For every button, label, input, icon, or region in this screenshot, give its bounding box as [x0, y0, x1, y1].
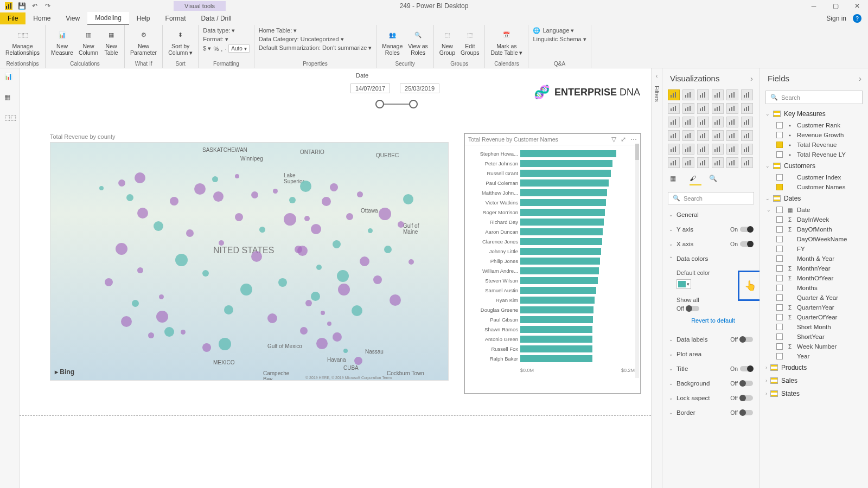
map-bubble[interactable] [105, 278, 113, 286]
map-bubble[interactable] [368, 228, 373, 233]
viz-type-icon[interactable] [712, 130, 724, 141]
field-item[interactable]: ΣQuarterOfYear [763, 312, 865, 322]
viz-type-icon[interactable] [697, 157, 709, 168]
field-item[interactable]: Short Month [763, 322, 865, 332]
tab-modeling[interactable]: Modeling [87, 12, 129, 25]
bar-row[interactable]: Ryan Kim [468, 295, 635, 305]
map-bubble[interactable] [373, 275, 382, 284]
map-bubble[interactable] [116, 243, 127, 255]
field-checkbox[interactable] [776, 142, 783, 148]
bar-row[interactable]: Johnny Little [468, 246, 635, 256]
map-bubble[interactable] [357, 191, 363, 197]
auto-decimals-dropdown[interactable]: Auto ▾ [228, 44, 249, 53]
map-bubble[interactable] [181, 330, 186, 335]
bar-row[interactable]: Paul Coleman [468, 178, 635, 188]
comma-button[interactable]: , [221, 46, 222, 52]
filter-icon[interactable]: ▽ [611, 136, 616, 143]
field-checkbox[interactable] [776, 216, 783, 223]
new-parameter-button[interactable]: ⚙New Parameter [129, 27, 158, 57]
tab-view[interactable]: View [58, 12, 87, 24]
viz-type-icon[interactable] [697, 89, 709, 100]
viz-type-icon[interactable] [726, 117, 738, 127]
bar-chart-visual[interactable]: Total Revenue by Customer Names ▽ ⤢ ⋯ St… [464, 133, 641, 394]
date-slicer[interactable]: 14/07/2017 25/03/2019 [350, 84, 439, 93]
sort-by-column-button[interactable]: ⬍Sort by Column ▾ [167, 27, 194, 57]
map-bubble[interactable] [267, 313, 277, 323]
field-table-header[interactable]: ›Products [763, 361, 865, 374]
bar-row[interactable]: Peter Johnson [468, 158, 635, 168]
percent-button[interactable]: % [213, 46, 219, 52]
field-item[interactable]: Year [763, 351, 865, 361]
format-data-labels[interactable]: ⌄Data labelsOff [667, 332, 755, 347]
bar-row[interactable]: Matthew John... [468, 188, 635, 197]
field-checkbox[interactable] [776, 236, 783, 242]
redo-icon[interactable]: ↷ [43, 2, 52, 10]
map-bubble[interactable] [403, 194, 413, 204]
map-bubble[interactable] [132, 300, 139, 307]
date-from-input[interactable]: 14/07/2017 [350, 84, 390, 93]
sign-in-link[interactable]: Sign in [826, 15, 846, 22]
map-bubble[interactable] [322, 197, 331, 206]
close-button[interactable]: ✕ [846, 0, 868, 12]
bar-row[interactable]: Russell Fox [468, 344, 635, 354]
viz-type-icon[interactable] [712, 89, 724, 100]
mark-as-date-table-button[interactable]: 📅Mark as Date Table ▾ [489, 27, 524, 57]
viz-type-icon[interactable] [668, 103, 680, 114]
manage-roles-button[interactable]: 👥Manage Roles [381, 27, 404, 57]
linguistic-schema-dropdown[interactable]: Linguistic Schema ▾ [533, 36, 586, 43]
viz-type-icon[interactable] [668, 157, 680, 168]
map-bubble[interactable] [327, 322, 331, 326]
viz-type-icon[interactable] [726, 89, 738, 100]
map-bubble[interactable] [354, 357, 362, 365]
tab-data-drill[interactable]: Data / Drill [194, 12, 239, 24]
field-table-header[interactable]: ⌄Key Measures [763, 107, 865, 120]
map-bubble[interactable] [284, 213, 296, 226]
viz-type-icon[interactable] [726, 144, 738, 155]
field-checkbox[interactable] [776, 343, 783, 350]
manage-relationships-button[interactable]: ⬚⬚Manage Relationships [4, 27, 41, 57]
format-plot-area[interactable]: ⌄Plot area [667, 347, 755, 362]
viz-type-icon[interactable] [712, 117, 724, 127]
bar-row[interactable]: Richard Day [468, 217, 635, 227]
field-item[interactable]: ΣQuarternYear [763, 303, 865, 312]
map-bubble[interactable] [156, 311, 168, 323]
data-view-icon[interactable]: ▦ [4, 93, 15, 104]
map-bubble[interactable] [384, 246, 392, 253]
map-bubble[interactable] [154, 221, 163, 231]
map-bubble[interactable] [186, 229, 194, 237]
report-canvas[interactable]: Date 14/07/2017 25/03/2019 🧬 ENTERPRISE … [20, 68, 651, 488]
map-bubble[interactable] [126, 194, 133, 201]
map-bubble[interactable] [213, 191, 224, 202]
default-color-picker[interactable]: ▾ [676, 279, 691, 289]
viz-type-icon[interactable] [668, 117, 680, 127]
format-general[interactable]: ⌄General [667, 208, 755, 222]
bar-row[interactable]: Ralph Baker [468, 354, 635, 363]
minimize-button[interactable]: ─ [803, 0, 825, 12]
map-bubble[interactable] [297, 246, 308, 256]
field-checkbox[interactable] [776, 314, 783, 320]
tab-home[interactable]: Home [25, 12, 58, 24]
report-view-icon[interactable]: 📊 [4, 73, 15, 84]
view-as-roles-button[interactable]: 🔍View as Roles [407, 27, 429, 57]
map-visual[interactable]: Total Revenue by county ▸ Bing SASKATCHE… [50, 133, 449, 383]
viz-type-icon[interactable] [682, 157, 694, 168]
map-bubble[interactable] [304, 216, 310, 221]
field-table-header[interactable]: ⌄Dates [763, 192, 865, 205]
viz-type-icon[interactable] [697, 103, 709, 114]
expand-filters-icon[interactable]: ‹ [656, 73, 658, 79]
field-checkbox[interactable] [776, 265, 783, 272]
viz-type-icon[interactable] [682, 89, 694, 100]
field-checkbox[interactable] [776, 333, 783, 340]
field-checkbox[interactable] [776, 246, 783, 252]
format-x-axis[interactable]: ⌄X axisOn [667, 237, 755, 252]
field-checkbox[interactable] [776, 174, 783, 181]
field-item[interactable]: ⌄▦Date [763, 205, 865, 215]
viz-type-icon[interactable] [682, 117, 694, 127]
map-bubble[interactable] [330, 183, 338, 191]
format-search-input[interactable]: 🔍 Search [668, 192, 754, 204]
map-bubble[interactable] [300, 327, 308, 335]
field-checkbox[interactable] [776, 226, 783, 233]
field-item[interactable]: Customer Index [763, 172, 865, 182]
map-bubble[interactable] [219, 240, 224, 246]
map-bubble[interactable] [333, 332, 342, 342]
